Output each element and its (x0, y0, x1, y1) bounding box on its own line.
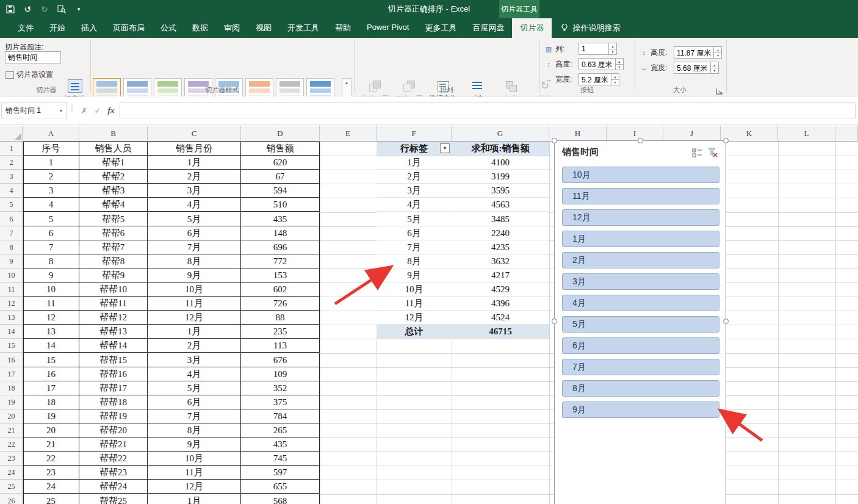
tab-页面布局[interactable]: 页面布局 (105, 18, 153, 38)
name-box[interactable]: 销售时间 1 ▾ (1, 103, 67, 118)
tab-审阅[interactable]: 审阅 (216, 18, 248, 38)
table-header-cell[interactable]: 销售额 (241, 142, 320, 156)
resize-handle[interactable] (723, 319, 729, 324)
table-cell[interactable]: 5月 (148, 381, 241, 395)
pivot-value[interactable]: 4217 (452, 268, 549, 283)
row-header-19[interactable]: 19 (0, 395, 23, 409)
table-cell[interactable]: 745 (241, 452, 320, 466)
pivot-value[interactable]: 3199 (452, 170, 549, 184)
column-header-A[interactable]: A (23, 126, 79, 142)
table-cell[interactable]: 235 (241, 325, 320, 339)
row-header-7[interactable]: 7 (0, 226, 23, 240)
row-header-1[interactable]: 1 (0, 142, 23, 156)
table-cell[interactable]: 12 (23, 311, 79, 325)
row-header-4[interactable]: 4 (0, 184, 23, 198)
pivot-row-label[interactable]: 8月 (377, 254, 452, 268)
table-cell[interactable]: 帮帮10 (79, 283, 148, 297)
pivot-value[interactable]: 3485 (452, 212, 549, 226)
table-cell[interactable]: 20 (23, 423, 79, 437)
slicer-button-6月[interactable]: 6月 (562, 337, 719, 354)
slicer-height-arrows[interactable]: ▴▾ (713, 47, 721, 58)
row-header-5[interactable]: 5 (0, 198, 23, 212)
pivot-value[interactable]: 4524 (452, 311, 549, 325)
pivot-row-label[interactable]: 10月 (377, 283, 452, 297)
pivot-row-label[interactable]: 5月 (377, 212, 452, 226)
table-cell[interactable]: 5月 (148, 212, 241, 226)
multi-select-icon[interactable] (690, 146, 704, 159)
table-cell[interactable]: 772 (241, 254, 320, 268)
slicer-button-5月[interactable]: 5月 (562, 316, 719, 333)
table-cell[interactable]: 655 (241, 480, 320, 494)
table-cell[interactable]: 帮帮5 (79, 212, 148, 226)
resize-handle[interactable] (638, 138, 643, 143)
table-cell[interactable]: 435 (241, 437, 320, 452)
table-cell[interactable]: 帮帮2 (79, 170, 148, 184)
slicer-button-4月[interactable]: 4月 (562, 295, 719, 311)
name-box-dropdown-icon[interactable]: ▾ (56, 108, 67, 113)
table-cell[interactable]: 帮帮4 (79, 198, 148, 212)
column-header-E[interactable]: E (320, 126, 377, 142)
pivot-total-label[interactable]: 总计 (377, 325, 452, 339)
slicer-width-arrows[interactable]: ▴▾ (710, 62, 718, 73)
table-cell[interactable]: 17 (23, 381, 79, 395)
table-cell[interactable]: 帮帮22 (79, 452, 148, 466)
table-cell[interactable]: 7月 (148, 240, 241, 254)
table-cell[interactable]: 153 (241, 268, 320, 283)
row-header-10[interactable]: 10 (0, 268, 23, 283)
table-cell[interactable]: 568 (241, 494, 320, 504)
table-cell[interactable]: 10 (23, 283, 79, 297)
table-cell[interactable]: 620 (241, 156, 320, 170)
table-cell[interactable]: 1月 (148, 494, 241, 504)
tab-帮助[interactable]: 帮助 (327, 18, 359, 38)
table-cell[interactable]: 13 (23, 325, 79, 339)
slicer-button-3月[interactable]: 3月 (562, 273, 719, 290)
table-cell[interactable]: 9月 (148, 437, 241, 452)
table-cell[interactable]: 1月 (148, 156, 241, 170)
table-cell[interactable]: 2月 (148, 339, 241, 353)
table-cell[interactable]: 帮帮16 (79, 367, 148, 381)
table-cell[interactable]: 帮帮8 (79, 254, 148, 268)
slicer-button-11月[interactable]: 11月 (562, 188, 719, 204)
size-dialog-launcher-icon[interactable] (715, 87, 723, 95)
tab-文件[interactable]: 文件 (10, 18, 41, 38)
pivot-row-label-header[interactable]: 行标签▾ (377, 142, 452, 156)
slicer-button-8月[interactable]: 8月 (562, 380, 719, 397)
table-cell[interactable]: 8月 (148, 254, 241, 268)
table-cell[interactable]: 帮帮12 (79, 311, 148, 325)
table-cell[interactable]: 602 (241, 283, 320, 297)
pivot-value[interactable]: 4529 (452, 283, 549, 297)
resize-handle[interactable] (723, 138, 729, 143)
table-cell[interactable]: 帮帮15 (79, 353, 148, 367)
table-header-cell[interactable]: 销售人员 (79, 142, 148, 156)
button-width-arrows[interactable]: ▴▾ (611, 74, 619, 85)
pivot-row-label[interactable]: 1月 (377, 156, 452, 170)
button-width-spinner[interactable]: 5.2 厘米▴▾ (579, 73, 619, 85)
row-header-23[interactable]: 23 (0, 452, 23, 466)
table-cell[interactable]: 2月 (148, 170, 241, 184)
table-cell[interactable]: 22 (23, 452, 79, 466)
table-cell[interactable]: 113 (241, 339, 320, 353)
table-cell[interactable]: 4 (23, 198, 79, 212)
row-header-9[interactable]: 9 (0, 254, 23, 268)
row-header-18[interactable]: 18 (0, 381, 23, 395)
table-cell[interactable]: 16 (23, 367, 79, 381)
table-cell[interactable]: 11 (23, 297, 79, 311)
table-cell[interactable]: 10月 (148, 452, 241, 466)
table-cell[interactable]: 6 (23, 226, 79, 240)
table-cell[interactable]: 88 (241, 311, 320, 325)
table-cell[interactable]: 15 (23, 353, 79, 367)
pivot-row-label[interactable]: 7月 (377, 240, 452, 254)
table-cell[interactable]: 帮帮1 (79, 156, 148, 170)
table-cell[interactable]: 帮帮19 (79, 409, 148, 423)
table-cell[interactable]: 19 (23, 409, 79, 423)
table-cell[interactable]: 109 (241, 367, 320, 381)
table-cell[interactable]: 帮帮13 (79, 325, 148, 339)
table-cell[interactable]: 帮帮21 (79, 437, 148, 452)
table-cell[interactable]: 7月 (148, 409, 241, 423)
pivot-row-label[interactable]: 6月 (377, 226, 452, 240)
table-cell[interactable]: 6月 (148, 226, 241, 240)
tab-公式[interactable]: 公式 (153, 18, 184, 38)
pivot-total-value[interactable]: 46715 (452, 325, 549, 339)
column-header-H[interactable]: H (549, 126, 607, 142)
pivot-row-label[interactable]: 11月 (377, 297, 452, 311)
